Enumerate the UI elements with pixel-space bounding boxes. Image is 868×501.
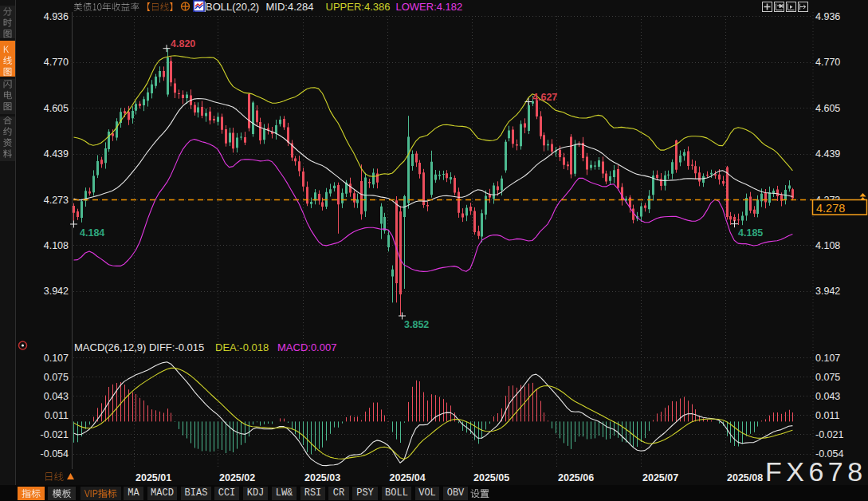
- svg-text:2025/04: 2025/04: [390, 472, 426, 483]
- svg-text:2025/06: 2025/06: [558, 472, 594, 483]
- svg-text:2025/07: 2025/07: [642, 472, 678, 483]
- svg-text:0.107: 0.107: [44, 353, 69, 364]
- svg-text:MACD:0.007: MACD:0.007: [277, 341, 336, 353]
- svg-text:UPPER:4.386: UPPER:4.386: [326, 1, 391, 13]
- svg-text:4.820: 4.820: [171, 38, 195, 49]
- svg-text:4.770: 4.770: [815, 57, 840, 68]
- svg-text:4.605: 4.605: [815, 103, 840, 114]
- svg-text:0.075: 0.075: [815, 372, 840, 383]
- svg-text:2025/08: 2025/08: [727, 472, 763, 483]
- svg-text:4.108: 4.108: [815, 240, 840, 251]
- svg-text:3.852: 3.852: [404, 319, 429, 330]
- svg-text:-0.021: -0.021: [815, 429, 843, 440]
- svg-text:4.605: 4.605: [44, 103, 69, 114]
- svg-text:0.043: 0.043: [44, 391, 69, 402]
- svg-text:0.011: 0.011: [815, 410, 839, 421]
- svg-text:4.770: 4.770: [44, 57, 69, 68]
- svg-text:FX678: FX678: [765, 456, 867, 487]
- svg-text:4.439: 4.439: [815, 148, 840, 160]
- svg-text:0.107: 0.107: [815, 353, 840, 364]
- svg-text:3.942: 3.942: [44, 286, 69, 297]
- svg-text:MACD(26,12,9) DIFF:-0.015: MACD(26,12,9) DIFF:-0.015: [74, 341, 204, 353]
- svg-text:2025/02: 2025/02: [219, 472, 255, 483]
- svg-text:DEA:-0.018: DEA:-0.018: [215, 341, 269, 353]
- svg-text:MID:4.284: MID:4.284: [266, 1, 314, 13]
- svg-text:4.273: 4.273: [44, 195, 69, 206]
- svg-text:3.942: 3.942: [815, 286, 840, 297]
- svg-text:0.043: 0.043: [815, 391, 840, 402]
- svg-text:4.627: 4.627: [532, 92, 557, 103]
- svg-text:4.936: 4.936: [815, 11, 840, 22]
- svg-text:4.108: 4.108: [44, 240, 69, 251]
- svg-text:4.185: 4.185: [738, 227, 763, 239]
- svg-text:4.439: 4.439: [44, 148, 69, 160]
- svg-text:4.184: 4.184: [80, 227, 104, 239]
- svg-text:2025/01: 2025/01: [136, 472, 171, 483]
- svg-text:4.936: 4.936: [44, 11, 69, 22]
- svg-text:0.011: 0.011: [45, 410, 69, 421]
- svg-text:-0.021: -0.021: [41, 429, 69, 440]
- svg-text:2025/05: 2025/05: [473, 472, 509, 483]
- svg-text:4.278: 4.278: [816, 202, 845, 215]
- svg-text:BOLL(20,2): BOLL(20,2): [206, 1, 259, 13]
- svg-text:2025/03: 2025/03: [304, 472, 340, 483]
- svg-text:LOWER:4.182: LOWER:4.182: [396, 1, 463, 13]
- svg-text:0.075: 0.075: [44, 372, 69, 383]
- svg-text:-0.054: -0.054: [41, 448, 69, 460]
